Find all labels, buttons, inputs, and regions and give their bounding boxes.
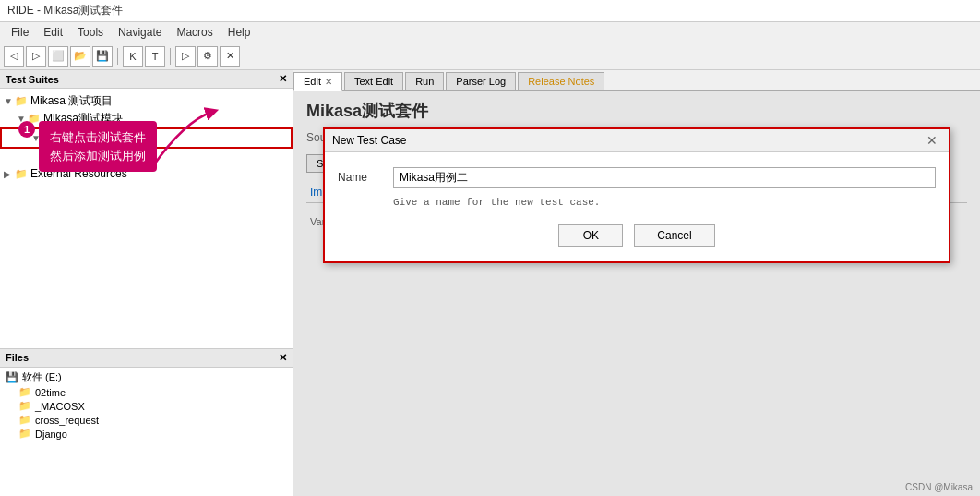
toolbar-stop[interactable]: ✕ [220, 46, 240, 67]
toolbar-k[interactable]: K [123, 46, 143, 67]
toolbar-separator-2 [170, 48, 171, 65]
file-item-label: 02time [35, 387, 66, 398]
tab-text-edit-label: Text Edit [354, 76, 393, 87]
expand-icon: ▼ [4, 96, 15, 106]
tab-run-label: Run [415, 76, 434, 87]
file-item-drive[interactable]: 💾 软件 (E:) [0, 369, 293, 385]
menu-tools[interactable]: Tools [70, 24, 111, 40]
tab-text-edit[interactable]: Text Edit [344, 72, 403, 90]
modal-name-input[interactable] [393, 167, 936, 188]
panel-close-icon[interactable]: ✕ [279, 73, 287, 85]
modal-hint: Give a name for the new test case. [338, 197, 936, 208]
toolbar-new[interactable]: ⬜ [48, 46, 68, 67]
new-test-case-modal: New Test Case ✕ Name Give a name for the… [323, 127, 950, 263]
file-item-label: cross_request [35, 415, 99, 426]
files-header: Files ✕ [0, 349, 293, 368]
tab-release-notes-label: Release Notes [528, 76, 594, 87]
tree-item-mikasa-project[interactable]: ▼ 📁 Mikasa 测试项目 [0, 92, 293, 110]
file-item-cross[interactable]: 📁 cross_request [0, 413, 293, 427]
right-panel: Edit ✕ Text Edit Run Parser Log Release … [293, 70, 980, 496]
menu-macros[interactable]: Macros [169, 24, 220, 40]
modal-ok-button[interactable]: OK [558, 224, 623, 247]
test-suites-label: Test Suites [6, 74, 59, 85]
tab-parser-log-label: Parser Log [456, 76, 506, 87]
modal-body: Name Give a name for the new test case. … [325, 152, 949, 261]
modal-title: New Test Case [332, 134, 406, 147]
tab-run[interactable]: Run [405, 72, 444, 90]
title-bar: RIDE - Mikasa测试套件 [0, 0, 980, 22]
toolbar-run[interactable]: ▷ [175, 46, 196, 67]
tab-edit[interactable]: Edit ✕ [293, 72, 342, 91]
toolbar-save[interactable]: 💾 [92, 46, 113, 67]
menu-edit[interactable]: Edit [36, 24, 70, 40]
annotation-text: 右键点击测试套件 然后添加测试用例 [39, 121, 157, 172]
drive-icon: 💾 [6, 371, 18, 383]
modal-titlebar: New Test Case ✕ [325, 129, 949, 152]
folder-icon: 📁 [15, 95, 28, 107]
files-label: Files [6, 352, 29, 364]
modal-cancel-button[interactable]: Cancel [634, 224, 714, 247]
modal-buttons: OK Cancel [338, 221, 936, 247]
file-item-macosx[interactable]: 📁 _MACOSX [0, 399, 293, 413]
annotation-arrow [148, 103, 221, 176]
tab-release-notes[interactable]: Release Notes [518, 72, 604, 90]
files-close-icon[interactable]: ✕ [279, 352, 287, 364]
toolbar-settings[interactable]: ⚙ [197, 46, 218, 67]
folder-icon: 📁 [18, 386, 31, 398]
left-panel: Test Suites ✕ ▼ 📁 Mikasa 测试项目 ▼ 📁 Mikasa… [0, 70, 293, 496]
tab-parser-log[interactable]: Parser Log [446, 72, 516, 90]
menu-navigate[interactable]: Navigate [111, 24, 169, 40]
modal-overlay: New Test Case ✕ Name Give a name for the… [293, 91, 980, 496]
menu-help[interactable]: Help [221, 24, 258, 40]
file-item-django[interactable]: 📁 Django [0, 427, 293, 441]
content-area: Mikasa测试套件 Source E:\Mikasa_测试项目\Mikasa测… [293, 91, 980, 496]
file-item-label: _MACOSX [35, 401, 85, 412]
menu-bar: File Edit Tools Navigate Macros Help [0, 22, 980, 42]
folder-icon: 📁 [18, 400, 31, 412]
tab-bar: Edit ✕ Text Edit Run Parser Log Release … [293, 70, 980, 91]
menu-file[interactable]: File [4, 24, 36, 40]
files-panel: Files ✕ 💾 软件 (E:) 📁 02time 📁 _MACOSX 📁 [0, 348, 293, 496]
file-item-label: 软件 (E:) [22, 370, 62, 384]
main-layout: Test Suites ✕ ▼ 📁 Mikasa 测试项目 ▼ 📁 Mikasa… [0, 70, 980, 496]
folder-icon: 📁 [18, 414, 31, 426]
annotation-number: 1 [18, 121, 35, 138]
modal-name-label: Name [338, 171, 393, 184]
test-suites-header: Test Suites ✕ [0, 70, 293, 89]
file-item-02time[interactable]: 📁 02time [0, 385, 293, 399]
toolbar-separator-1 [117, 48, 118, 65]
annotation: 1 右键点击测试套件 然后添加测试用例 [18, 121, 157, 172]
expand-icon: ▶ [4, 169, 15, 179]
folder-icon: 📁 [18, 428, 31, 440]
modal-name-row: Name [338, 167, 936, 188]
toolbar-t[interactable]: T [145, 46, 165, 67]
tree-item-label: Mikasa 测试项目 [30, 93, 113, 109]
toolbar: ◁ ▷ ⬜ 📂 💾 K T ▷ ⚙ ✕ [0, 42, 980, 70]
window-title: RIDE - Mikasa测试套件 [7, 3, 123, 18]
files-content: 💾 软件 (E:) 📁 02time 📁 _MACOSX 📁 cross_req… [0, 368, 293, 496]
toolbar-back[interactable]: ◁ [4, 46, 24, 67]
tab-edit-label: Edit [304, 76, 321, 87]
file-item-label: Django [35, 429, 67, 440]
toolbar-fwd[interactable]: ▷ [26, 46, 46, 67]
toolbar-open[interactable]: 📂 [70, 46, 90, 67]
modal-close-button[interactable]: ✕ [923, 133, 941, 148]
tab-edit-close[interactable]: ✕ [325, 77, 332, 87]
